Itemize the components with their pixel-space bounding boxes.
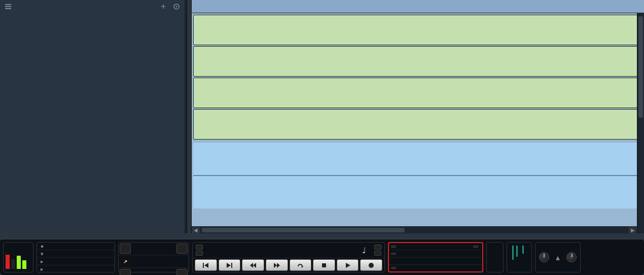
record-mode-list[interactable]: ● ▾ ▸ ▸	[37, 242, 115, 272]
play-button[interactable]	[337, 259, 359, 271]
horizontal-scrollbar[interactable]: ◀ ▶	[192, 226, 637, 233]
right-locator-tag[interactable]	[120, 269, 131, 275]
level-knob[interactable]	[539, 252, 549, 262]
cycle-button[interactable]	[290, 259, 312, 271]
note-icon: ♩	[362, 246, 366, 255]
output-knobs[interactable]: ▴	[535, 242, 581, 272]
svg-rect-7	[203, 263, 204, 268]
transport-bar: ● ▾ ▸ ▸ ↗ ↘	[0, 238, 644, 275]
svg-marker-12	[253, 263, 256, 268]
menu-icon[interactable]	[4, 3, 12, 11]
svg-rect-16	[322, 263, 326, 267]
svg-marker-17	[346, 263, 350, 268]
marker-box[interactable]	[486, 242, 504, 272]
click-label[interactable]	[391, 246, 396, 248]
nudge-plus[interactable]	[196, 245, 203, 250]
play-icon: ▸	[39, 266, 45, 272]
position-box: ♩	[192, 242, 385, 272]
chevron-up-icon: ▴	[556, 253, 560, 262]
bar-ruler[interactable]	[192, 0, 644, 13]
add-track-button[interactable]: +	[159, 3, 167, 11]
transport-buttons	[193, 258, 384, 272]
pan-knob[interactable]	[566, 252, 577, 262]
clip-lane-2[interactable]	[193, 46, 642, 77]
record-button[interactable]	[360, 259, 382, 271]
audio-lane-5[interactable]	[193, 143, 642, 209]
tempo-box[interactable]	[388, 242, 483, 272]
locator-sub-icon: ↗	[120, 256, 131, 266]
locator-box[interactable]: ↗ ↘	[118, 242, 189, 272]
input-meter	[3, 242, 33, 272]
timecode-toggle[interactable]	[374, 245, 381, 256]
svg-marker-15	[301, 266, 303, 268]
vertical-scrollbar[interactable]	[637, 13, 644, 233]
left-locator-tag[interactable]	[120, 244, 131, 254]
track-list-panel: +	[0, 0, 187, 233]
forward-button[interactable]	[266, 259, 288, 271]
track-panel-header: +	[0, 0, 185, 13]
svg-rect-2	[5, 8, 11, 9]
sync-label[interactable]	[391, 267, 396, 269]
performance-meter	[507, 242, 532, 272]
goto-end-button[interactable]	[219, 259, 241, 271]
nudge-buttons[interactable]	[196, 245, 203, 256]
svg-marker-13	[274, 263, 277, 268]
tempo-label[interactable]	[391, 253, 396, 255]
nudge-minus[interactable]	[196, 251, 203, 256]
clip-lane-3[interactable]	[193, 78, 642, 108]
settings-icon[interactable]	[172, 3, 181, 11]
svg-marker-9	[227, 263, 231, 268]
cursor-icon: ▾	[39, 251, 45, 257]
clip-lane-1[interactable]	[193, 15, 642, 45]
svg-point-4	[176, 6, 177, 8]
panel-divider[interactable]	[187, 0, 192, 233]
punch-in-icon[interactable]	[176, 244, 188, 254]
svg-rect-1	[5, 6, 11, 7]
svg-point-18	[369, 263, 374, 268]
punch-out-icon[interactable]	[176, 269, 188, 275]
svg-rect-10	[231, 263, 232, 268]
play-icon: ▸	[39, 258, 45, 265]
precount-icon[interactable]	[473, 246, 478, 248]
rewind-button[interactable]	[242, 259, 264, 271]
svg-marker-11	[250, 263, 253, 268]
clip-lane-4[interactable]	[193, 109, 642, 140]
arrangement-area[interactable]: ◀ ▶	[192, 0, 644, 233]
svg-marker-14	[277, 263, 280, 268]
main-area: + ◀ ▶	[0, 0, 644, 233]
stop-button[interactable]	[313, 259, 335, 271]
svg-rect-0	[5, 4, 11, 5]
svg-marker-8	[204, 263, 208, 268]
record-icon: ●	[39, 243, 45, 249]
goto-start-button[interactable]	[195, 259, 217, 271]
